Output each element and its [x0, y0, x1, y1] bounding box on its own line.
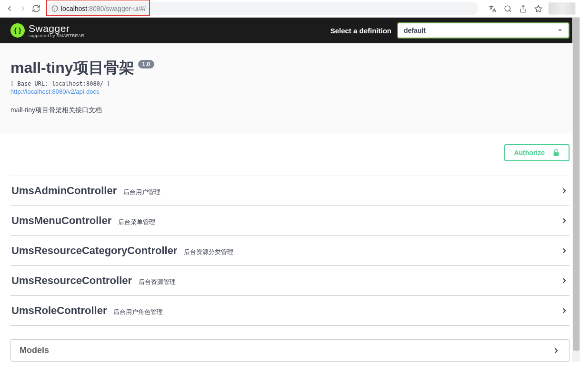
scrollbar-thumb[interactable] — [573, 18, 580, 351]
swagger-logo-text: Swagger — [29, 23, 70, 34]
tag-row[interactable]: UmsResourceController 后台资源管理 — [10, 266, 570, 296]
profile-avatar[interactable] — [549, 2, 575, 15]
swagger-topbar: { } Swagger supported by SMARTBEAR Selec… — [0, 18, 580, 43]
chevron-right-icon — [552, 346, 560, 355]
api-title: mall-tiny项目骨架 — [10, 58, 134, 78]
chevron-right-icon — [560, 276, 569, 285]
zoom-icon[interactable] — [503, 4, 512, 13]
chevron-right-icon — [560, 216, 569, 225]
authorize-button[interactable]: Authorize — [504, 144, 570, 161]
definition-select[interactable]: default — [397, 22, 570, 39]
tag-row[interactable]: UmsMenuController 后台菜单管理 — [10, 206, 570, 236]
svg-line-4 — [509, 10, 510, 11]
url-bar[interactable]: localhost:8080/swagger-ui/#/ — [48, 2, 478, 15]
lock-icon — [552, 149, 560, 157]
definition-selected: default — [404, 27, 426, 34]
forward-icon[interactable] — [18, 4, 28, 13]
tag-row[interactable]: UmsRoleController 后台用户角色管理 — [10, 296, 570, 326]
authorize-button-label: Authorize — [514, 149, 545, 157]
base-url: [ Base URL: localhost:8080/ ] — [10, 80, 570, 87]
chevron-right-icon — [560, 186, 569, 195]
star-icon[interactable] — [533, 4, 543, 13]
tag-row[interactable]: UmsAdminController 后台用户管理 — [10, 176, 570, 206]
tag-row[interactable]: UmsResourceCategoryController 后台资源分类管理 — [10, 236, 570, 266]
api-version-badge: 1.0 — [138, 60, 155, 69]
swagger-logo[interactable]: { } Swagger supported by SMARTBEAR — [10, 23, 84, 38]
chevron-right-icon — [560, 306, 569, 315]
svg-point-3 — [505, 6, 510, 11]
tag-description: 后台用户管理 — [123, 188, 160, 196]
models-title: Models — [20, 345, 49, 355]
tag-description: 后台资源分类管理 — [184, 248, 233, 256]
definition-label: Select a definition — [330, 27, 391, 35]
reload-icon[interactable] — [31, 4, 41, 13]
site-info-icon[interactable] — [51, 5, 58, 12]
tag-name: UmsAdminController — [11, 185, 117, 197]
browser-toolbar: localhost:8080/swagger-ui/#/ — [0, 0, 580, 18]
translate-icon[interactable] — [488, 4, 497, 13]
swagger-logo-subtext: supported by SMARTBEAR — [29, 33, 84, 38]
tag-description: 后台菜单管理 — [118, 218, 155, 226]
tag-name: UmsMenuController — [11, 215, 111, 227]
scrollbar-vertical[interactable] — [572, 18, 580, 362]
url-text: localhost:8080/swagger-ui/#/ — [61, 5, 146, 12]
chevron-right-icon — [560, 246, 569, 255]
api-info-section: mall-tiny项目骨架 1.0 [ Base URL: localhost:… — [0, 43, 580, 134]
back-icon[interactable] — [5, 4, 14, 13]
tag-description: 后台资源管理 — [139, 278, 176, 286]
tag-name: UmsRoleController — [11, 304, 107, 317]
models-section[interactable]: Models — [10, 339, 570, 362]
tag-name: UmsResourceCategoryController — [11, 245, 177, 257]
tag-description: 后台用户角色管理 — [113, 308, 163, 316]
api-description: mall-tiny项目骨架相关接口文档 — [10, 106, 570, 115]
tag-name: UmsResourceController — [11, 274, 132, 287]
api-docs-link[interactable]: http://localhost:8080/v2/api-docs — [10, 88, 99, 95]
swagger-logo-icon: { } — [10, 23, 25, 38]
svg-marker-6 — [535, 5, 541, 11]
chevron-down-icon — [557, 27, 563, 34]
share-icon[interactable] — [518, 4, 528, 13]
